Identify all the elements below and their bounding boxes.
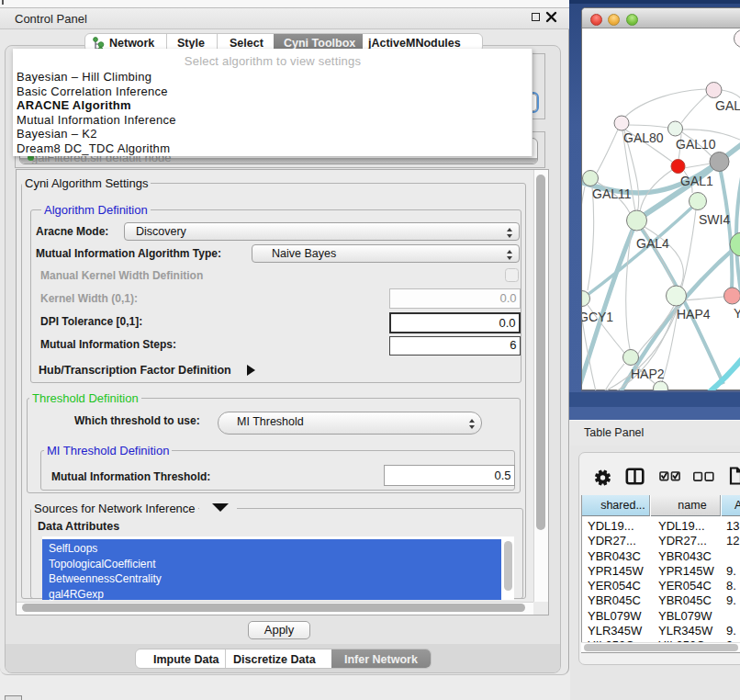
svg-text:GAL11: GAL11	[592, 186, 632, 201]
svg-text:GAL: GAL	[715, 98, 740, 113]
svg-text:GAL10: GAL10	[676, 137, 716, 152]
svg-text:HAP4: HAP4	[677, 307, 711, 322]
svg-text:HAP2: HAP2	[631, 367, 665, 381]
svg-text:GAL80: GAL80	[623, 130, 664, 145]
svg-text:GCY1: GCY1	[582, 310, 613, 324]
svg-text:SWI4: SWI4	[699, 212, 730, 227]
svg-text:GAL1: GAL1	[680, 174, 713, 188]
svg-text:GAL4: GAL4	[636, 236, 669, 251]
svg-text:Y: Y	[734, 306, 740, 321]
